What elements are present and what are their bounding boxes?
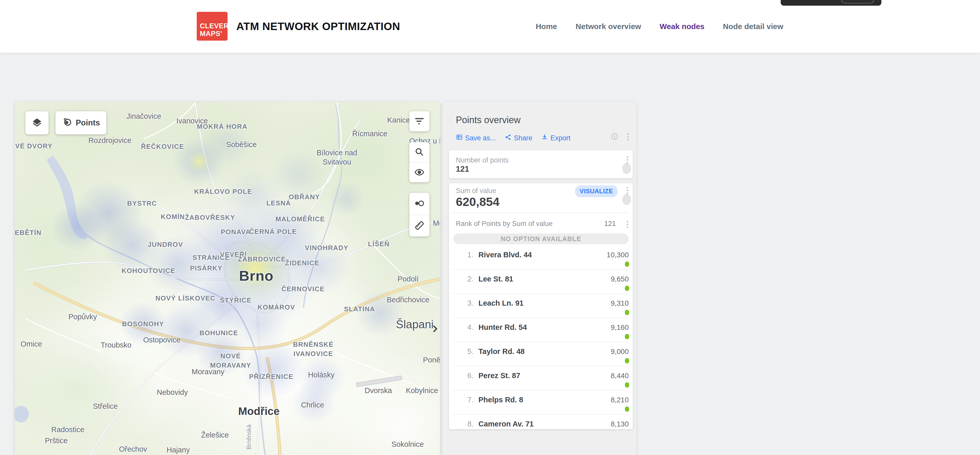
rank-item[interactable]: 5.Taylor Rd. 489,000 [449,342,633,366]
logo-line-1: CLEVER° [200,22,228,30]
map-label: LÍŠEŇ [368,240,390,248]
map-label: Troubsko [101,341,132,350]
rank-menu[interactable] [627,221,628,228]
map-label: MALOMĚŘICE [275,215,325,223]
rank-name: Hunter Rd. 54 [479,323,527,332]
save-as-button[interactable]: Save as... [456,134,496,142]
export-label: Export [550,134,570,142]
info-icon [611,133,619,141]
map-label: Ostopovice [143,336,180,344]
map-label: Brněnská [245,425,253,449]
points-layer-button[interactable]: Points [56,111,106,134]
points-overview-panel: Points overview Save as... Share Export [442,102,636,455]
airport-runway [356,376,402,387]
map-label: KOMÍN [161,213,185,221]
visualize-button[interactable]: VISUALIZE [575,185,618,197]
rank-item[interactable]: 6.Perez St. 878,440 [449,366,633,391]
number-of-points-card: Number of points 121 [449,150,633,179]
map-label: Brno [239,267,274,284]
panel-title: Points overview [456,115,520,125]
layers-button[interactable] [25,111,49,134]
rank-name: Phelps Rd. 8 [479,396,523,404]
rank-value: 9,160 [611,323,629,332]
rank-name: Perez St. 87 [479,372,520,380]
save-as-label: Save as... [465,134,496,142]
map-label: Dvorska [365,386,392,395]
rank-status-dot [625,262,629,267]
rank-status-dot [625,358,629,364]
rank-name: Taylor Rd. 48 [479,347,525,356]
search-button[interactable] [409,142,430,162]
rank-item[interactable]: 2.Lee St. 819,650 [449,270,633,294]
main-nav: HomeNetwork overviewWeak nodesNode detai… [536,0,783,53]
save-as-icon [456,134,463,142]
export-icon [541,134,548,142]
rank-item[interactable]: 4.Hunter Rd. 549,160 [449,318,633,342]
map-label: BYSTRC [127,200,157,208]
search-visibility-group [409,142,430,182]
rank-number: 1. [461,251,474,259]
map-label: BOHUNICE [200,329,238,337]
sum-of-value-indicator[interactable] [622,194,631,205]
rank-item[interactable]: 1.Rivera Blvd. 4410,300 [449,246,633,270]
info-button[interactable] [611,133,619,141]
sum-of-value-card: Sum of value VISUALIZE 620,854 Rank of P… [449,183,633,429]
nav-item-network-overview[interactable]: Network overview [576,22,641,31]
rank-value: 9,650 [611,275,629,283]
browser-toast [781,0,881,6]
rank-item[interactable]: 3.Leach Ln. 919,310 [449,294,633,318]
rank-number: 4. [461,323,474,332]
map-label: Mo [433,219,440,228]
map-label: Popůvky [68,313,97,321]
nav-item-node-detail-view[interactable]: Node detail view [723,22,783,31]
share-button[interactable]: Share [504,134,532,142]
map-label: PISÁRKY [190,264,223,272]
compare-measure-group [409,193,430,236]
rank-name: Lee St. 81 [479,275,513,283]
rank-value: 8,440 [611,372,629,380]
circles-icon [414,198,425,209]
map-label: Ořechov [119,445,147,453]
map-label: Bedřichovice [387,295,430,304]
rank-number: 8. [461,420,474,428]
panel-menu-button[interactable] [627,133,629,140]
map-label: Šlapani [396,318,434,331]
panel-collapse-chevron[interactable] [430,323,440,335]
rank-number: 7. [461,396,474,404]
points-button-label: Points [76,118,100,128]
map-label: Chrlice [301,401,324,409]
map-label: ŽEBĚTÍN [14,229,41,237]
nav-item-weak-nodes[interactable]: Weak nodes [660,22,705,31]
number-of-points-value: 121 [456,164,469,174]
compare-circles-button[interactable] [409,193,430,215]
measure-button[interactable] [409,215,430,236]
map-label: ČERNOVICE [282,285,325,293]
map-label: Ponět [423,356,440,364]
rank-number: 3. [461,299,474,307]
nav-item-home[interactable]: Home [536,22,557,31]
map-label: KOHOUTOVICE [121,267,175,275]
rank-number: 6. [461,372,474,380]
rank-value: 10,300 [606,251,629,259]
export-button[interactable]: Export [541,134,570,142]
rank-status-dot [625,382,629,388]
card-divider [452,212,629,213]
rank-item[interactable]: 8.Cameron Av. 718,130 [449,415,633,429]
browser-toast-button [841,0,874,3]
number-of-points-menu[interactable] [627,156,628,163]
rank-status-dot [625,310,629,315]
clevermaps-logo[interactable]: CLEVER° MAPS' [197,12,228,41]
rank-item[interactable]: 7.Phelps Rd. 88,210 [449,391,633,415]
rank-value: 8,130 [611,420,629,428]
rank-label: Rank of Points by Sum of value [456,220,553,228]
visibility-button[interactable] [409,162,430,182]
sum-of-value-menu[interactable] [627,187,628,194]
map-label: BRNĚNSKÉ [293,341,334,348]
map-canvas[interactable]: OVÉ DVORYMOKRÁ HORAŘEČKOVICEŽEBĚTÍNBYSTR… [14,102,440,455]
filter-button[interactable] [409,111,430,131]
map-label: Svitavou [323,158,351,166]
map-label: KRÁLOVO POLE [194,188,252,196]
number-of-points-indicator[interactable] [622,163,631,174]
map-label: Ivanovice [177,117,208,125]
reservoir-water [47,156,87,239]
